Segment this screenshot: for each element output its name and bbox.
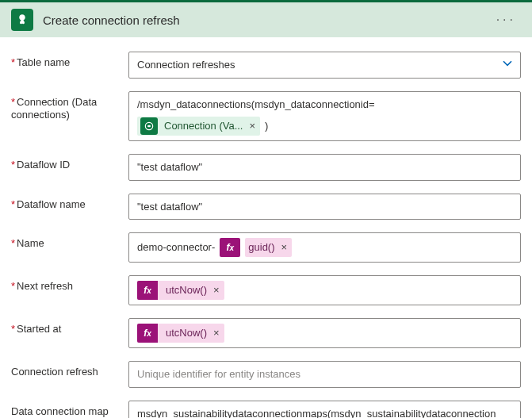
data-connection-map-input[interactable]: msdyn_sustainabilitydataconnectionmaps(m… <box>128 401 521 419</box>
fx-icon: fx <box>137 324 158 343</box>
connection-prefix-text: /msdyn_dataconnections(msdyn_dataconnect… <box>137 97 375 113</box>
dataverse-logo-icon <box>11 9 33 31</box>
started-at-remove[interactable]: × <box>213 325 220 341</box>
dataflow-id-value: "test dataflow" <box>137 159 202 175</box>
more-menu-button[interactable]: ··· <box>492 13 521 27</box>
label-started-at: Started at <box>11 318 128 336</box>
table-name-value: Connection refreshes <box>137 57 235 73</box>
started-at-input[interactable]: fx utcNow() × <box>128 318 521 348</box>
connection-token-label: Connection (Va... <box>164 118 243 134</box>
connection-refresh-input[interactable]: Unique identifier for entity instances <box>128 361 521 388</box>
label-dataflow-id: Dataflow ID <box>11 154 128 172</box>
label-connection: Connection (Data connections) <box>11 91 128 123</box>
name-expr-label: guid() <box>248 240 274 255</box>
name-prefix-text: demo-connector- <box>137 240 215 255</box>
label-next-refresh: Next refresh <box>11 275 128 293</box>
next-refresh-token[interactable]: fx utcNow() × <box>137 281 224 300</box>
dataflow-name-input[interactable]: "test dataflow" <box>128 194 521 221</box>
table-name-select[interactable]: Connection refreshes <box>128 52 521 79</box>
next-refresh-remove[interactable]: × <box>213 282 220 298</box>
fx-icon: fx <box>137 281 158 300</box>
label-dataflow-name: Dataflow name <box>11 194 128 212</box>
name-input[interactable]: demo-connector- fx guid() × <box>128 232 521 263</box>
form-body: Table name Connection refreshes Connecti… <box>0 37 532 418</box>
connection-suffix-text: ) <box>265 118 268 134</box>
dataverse-token-icon <box>140 117 158 135</box>
dataflow-id-input[interactable]: "test dataflow" <box>128 154 521 181</box>
next-refresh-input[interactable]: fx utcNow() × <box>128 275 521 305</box>
started-at-label: utcNow() <box>166 325 207 341</box>
connection-token-remove[interactable]: × <box>249 118 255 134</box>
card-header: Create connection refresh ··· <box>0 0 532 37</box>
label-name: Name <box>11 232 128 251</box>
name-expr-token[interactable]: guid() × <box>245 238 292 257</box>
map-line1-text: msdyn_sustainabilitydataconnectionmaps(m… <box>137 406 496 419</box>
label-data-connection-map: Data connection map (Sustainability data <box>11 401 128 419</box>
label-table-name: Table name <box>11 52 128 70</box>
card-title: Create connection refresh <box>43 13 482 27</box>
connection-refresh-placeholder: Unique identifier for entity instances <box>137 366 300 382</box>
name-expr-remove[interactable]: × <box>281 240 288 255</box>
started-at-token[interactable]: fx utcNow() × <box>137 324 224 343</box>
chevron-down-icon <box>501 56 514 74</box>
connection-token[interactable]: Connection (Va... × <box>137 117 260 136</box>
dataflow-name-value: "test dataflow" <box>137 199 202 215</box>
label-connection-refresh: Connection refresh <box>11 361 128 379</box>
fx-icon: fx <box>220 238 240 257</box>
next-refresh-label: utcNow() <box>166 282 207 298</box>
connection-input[interactable]: /msdyn_dataconnections(msdyn_dataconnect… <box>128 91 521 142</box>
